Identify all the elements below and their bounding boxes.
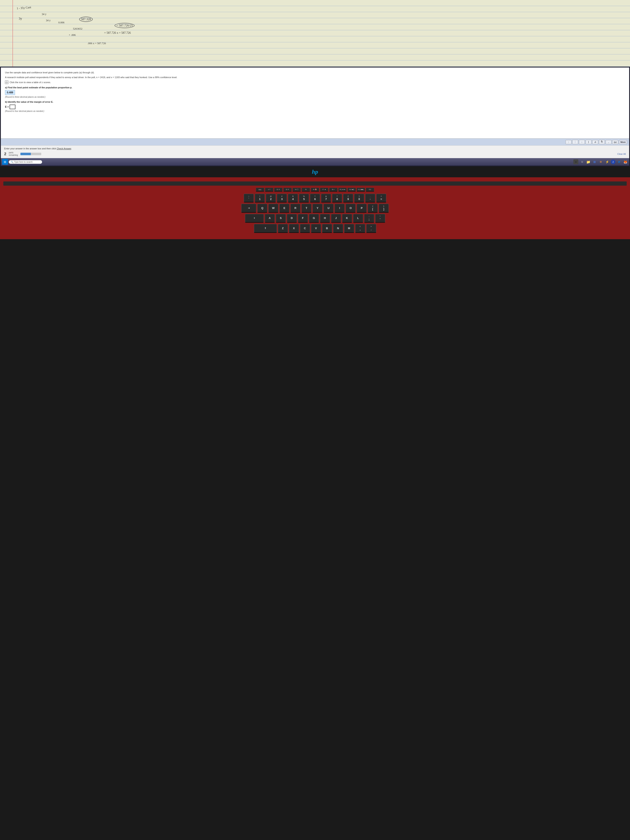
math-btn-sqrt[interactable]: √i [592,140,598,144]
key-equals[interactable]: += [376,194,386,202]
key-caps[interactable]: ⇪ [245,214,264,223]
key-r[interactable]: R [291,204,300,213]
taskbar-icon-cortana[interactable]: ○ [573,159,578,164]
laptop-screen: Use the sample data and confidence level… [0,67,630,166]
key-semicolon[interactable]: :; [364,214,374,223]
taskbar-firefox-icon[interactable]: 🦊 [623,159,628,164]
parts-count: 2 [4,152,6,156]
key-lbracket[interactable]: {[ [368,204,378,213]
math-btn-1[interactable]: : [565,140,572,144]
key-tilde[interactable]: ~` [244,194,254,202]
math-btn-4[interactable]: ∣ [586,140,592,144]
windows-taskbar[interactable]: ⊞ 🔍 Type here to search ○ ⧉ 📁 ⊞ ❋ ⚡ 2 e … [1,158,629,166]
key-6[interactable]: ^6 [310,194,320,202]
key-o[interactable]: O [346,204,355,213]
key-4[interactable]: $4 [288,194,298,202]
key-k[interactable]: K [342,214,352,223]
key-j[interactable]: J [331,214,341,223]
key-f9[interactable]: f9 |◄◄ [338,188,347,192]
taskbar-icon-lightning[interactable]: ⚡ [605,159,609,164]
part-a-note: (Round to three decimal places as needed… [5,95,625,98]
e-input-box[interactable] [9,104,16,109]
hw-text-4: 34 y [46,19,51,22]
key-m[interactable]: M [344,224,354,233]
key-y[interactable]: Y [313,204,322,213]
more-button[interactable]: More [619,140,627,144]
key-8[interactable]: *8 [332,194,342,202]
key-v[interactable]: V [311,224,321,233]
hp-logo: hp [0,166,630,177]
key-quote[interactable]: "' [375,214,385,223]
key-f7[interactable]: f7 ◄ [320,188,328,192]
key-3[interactable]: #3 [277,194,287,202]
key-0[interactable]: )0 [354,194,364,202]
key-f8[interactable]: f8 + [329,188,338,192]
taskbar-search[interactable]: 🔍 Type here to search [9,160,42,164]
taskbar-badge-2[interactable]: 2 [611,159,616,164]
key-f3[interactable]: f3 ✳ [283,188,292,192]
taskbar-icon-app2[interactable]: ❋ [598,159,603,164]
key-f[interactable]: F [298,214,308,223]
key-f5[interactable]: f5 [302,188,310,192]
math-btn-2[interactable]: ⁚ [572,140,578,144]
clear-all-button[interactable]: Clear All [617,153,626,155]
key-e[interactable]: E [279,204,289,213]
number-key-row: ~` !1 @2 #3 $4 %5 ^6 &7 *8 (9 )0 _- += [221,194,409,202]
key-g[interactable]: G [309,214,319,223]
key-f2[interactable]: f2 ✳ [274,188,283,192]
key-f10[interactable]: f10 ▶∥ [347,188,356,192]
key-u[interactable]: U [324,204,333,213]
math-btn-7[interactable]: .. [606,140,611,144]
key-w[interactable]: W [268,204,278,213]
hw-text-8: .006 x = 587.726 [87,42,106,45]
bottom-section: Enter your answer in the answer box and … [1,145,629,158]
math-btn-8[interactable]: (u) [612,140,618,144]
math-toolbar: : ⁚ ᵢ ∣ √i ∛i .. (u) More [1,138,629,145]
key-f6[interactable]: f6 🔇 [311,188,319,192]
math-btn-3[interactable]: ᵢ [579,140,585,144]
key-p[interactable]: P [357,204,367,213]
windows-start-button[interactable]: ⊞ [2,159,8,165]
taskbar-icon-app1[interactable]: ⊞ [592,159,597,164]
key-f1[interactable]: n ? [265,188,273,192]
key-t[interactable]: T [302,204,311,213]
key-z[interactable]: Z [278,224,288,233]
key-b[interactable]: B [322,224,332,233]
key-minus[interactable]: _- [365,194,375,202]
keyboard: esc n ? f2 ✳ f3 ✳ f4 ☐ f5 f6 🔇 f7 ◄ f8 +… [221,188,409,233]
key-tab[interactable]: ⇥ [241,204,256,213]
key-f11[interactable]: f11 ▶▶| [357,188,365,192]
taskbar-icon-taskview[interactable]: ⧉ [579,159,584,164]
table-link-text[interactable]: Click the icon to view a table of z scor… [9,81,51,84]
key-9[interactable]: (9 [343,194,353,202]
key-s[interactable]: S [276,214,286,223]
part-b-label: b) Identify the value of the margin of e… [5,100,625,104]
key-period[interactable]: >. [366,224,376,233]
key-n[interactable]: N [333,224,343,233]
table-link-row[interactable]: Click the icon to view a table of z scor… [5,81,625,84]
key-f4[interactable]: f4 ☐ [292,188,301,192]
key-1[interactable]: !1 [255,194,265,202]
key-d[interactable]: D [287,214,297,223]
key-7[interactable]: &7 [321,194,331,202]
key-comma[interactable]: <, [355,224,365,233]
key-i[interactable]: I [335,204,344,213]
taskbar-edge-icon[interactable]: e [617,159,622,164]
key-5[interactable]: %5 [299,194,309,202]
taskbar-icon-file[interactable]: 📁 [586,159,591,164]
key-l[interactable]: L [353,214,363,223]
key-2[interactable]: @2 [266,194,276,202]
key-shift-left[interactable]: ⇧ [254,224,277,233]
key-a[interactable]: A [265,214,275,223]
e-input-row: E = [5,104,625,109]
key-rbracket[interactable]: }] [379,204,389,213]
key-q[interactable]: Q [257,204,267,213]
key-f12[interactable]: f12 [366,188,374,192]
key-c[interactable]: C [300,224,310,233]
key-h[interactable]: H [320,214,330,223]
qwerty-row: ⇥ Q W E R T Y U I O P {[ }] [221,204,409,213]
key-esc[interactable]: esc [256,188,264,192]
key-x[interactable]: X [289,224,299,233]
math-btn-cbrt[interactable]: ∛i [599,140,605,144]
hw-text-6: 5263652 [73,27,82,30]
